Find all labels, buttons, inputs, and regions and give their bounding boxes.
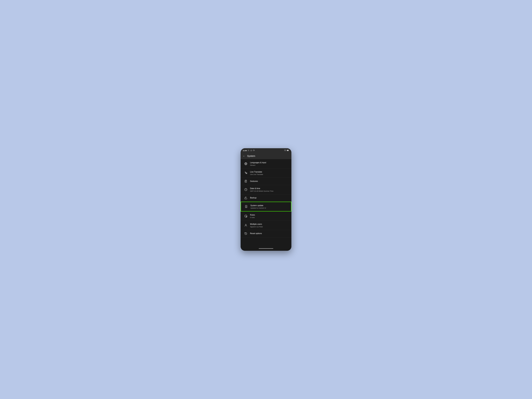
- status-bar-right: [284, 149, 289, 152]
- live-translate-title: Live Translate: [250, 171, 289, 173]
- system-update-text: System update Updated to Android 12: [249, 204, 288, 209]
- back-button[interactable]: ←: [243, 155, 245, 158]
- status-time: 11:04: [243, 150, 247, 152]
- header: ← System: [241, 153, 291, 159]
- menu-item-system-update[interactable]: System update Updated to Android 12: [241, 202, 291, 211]
- gear-icon: [247, 149, 249, 152]
- bottom-spacer: [241, 237, 291, 247]
- live-translate-subtitle: Use Live Translate: [250, 173, 289, 175]
- svg-rect-6: [245, 180, 247, 183]
- menu-item-gestures[interactable]: Gestures: [241, 178, 291, 185]
- menu-list: Languages & input Gboard Live Translate …: [241, 159, 291, 247]
- menu-item-reset-options[interactable]: Reset options: [241, 230, 291, 237]
- languages-subtitle: Gboard: [250, 164, 289, 166]
- backup-icon: [243, 196, 248, 199]
- status-bar: 11:04: [241, 148, 291, 153]
- languages-text: Languages & input Gboard: [248, 161, 289, 166]
- wifi-icon: [284, 149, 286, 152]
- system-update-title: System update: [250, 204, 288, 207]
- download-icon: [250, 149, 252, 152]
- reset-options-text: Reset options: [248, 232, 289, 235]
- date-time-title: Date & time: [250, 187, 289, 190]
- menu-item-multiple-users[interactable]: Multiple users Signed in as Peter: [241, 221, 291, 230]
- menu-item-languages[interactable]: Languages & input Gboard: [241, 159, 291, 168]
- clock-icon: [243, 188, 248, 191]
- live-translate-text: Live Translate Use Live Translate: [248, 171, 289, 175]
- home-indicator: [259, 248, 273, 249]
- home-bar: [241, 247, 291, 251]
- gesture-icon: [243, 180, 248, 183]
- rules-title: Rules: [250, 214, 289, 216]
- multiple-users-text: Multiple users Signed in as Peter: [248, 223, 289, 228]
- rules-icon: [243, 215, 248, 217]
- globe-icon: [243, 162, 248, 165]
- menu-item-rules[interactable]: Rules 0 rules: [241, 211, 291, 221]
- multiple-users-subtitle: Signed in as Peter: [250, 226, 289, 228]
- reset-options-title: Reset options: [250, 232, 289, 235]
- multiple-users-title: Multiple users: [250, 223, 289, 226]
- reset-icon: [243, 232, 248, 235]
- languages-title: Languages & input: [250, 161, 289, 164]
- users-icon: [243, 224, 248, 227]
- date-time-text: Date & time GMT+01:00 British Summer Tim…: [248, 187, 289, 192]
- gestures-title: Gestures: [250, 180, 289, 183]
- svg-point-12: [245, 224, 246, 225]
- menu-item-live-translate[interactable]: Live Translate Use Live Translate: [241, 168, 291, 178]
- battery-icon: [287, 149, 289, 152]
- svg-point-0: [248, 150, 249, 151]
- rules-text: Rules 0 rules: [248, 214, 289, 218]
- menu-item-backup[interactable]: Backup: [241, 194, 291, 202]
- backup-title: Backup: [250, 196, 289, 199]
- rules-subtitle: 0 rules: [250, 216, 289, 218]
- translate-icon: [243, 171, 248, 174]
- svg-rect-3: [287, 150, 289, 151]
- system-update-subtitle: Updated to Android 12: [250, 207, 288, 209]
- phone-container: 11:04: [241, 148, 291, 251]
- gestures-text: Gestures: [248, 180, 289, 183]
- page-title: System: [247, 155, 255, 158]
- cloud-icon: [253, 149, 255, 152]
- backup-text: Backup: [248, 196, 289, 199]
- update-icon: [244, 205, 249, 208]
- date-time-subtitle: GMT+01:00 British Summer Time: [250, 190, 289, 192]
- status-bar-left: 11:04: [243, 149, 255, 152]
- menu-item-date-time[interactable]: Date & time GMT+01:00 British Summer Tim…: [241, 185, 291, 194]
